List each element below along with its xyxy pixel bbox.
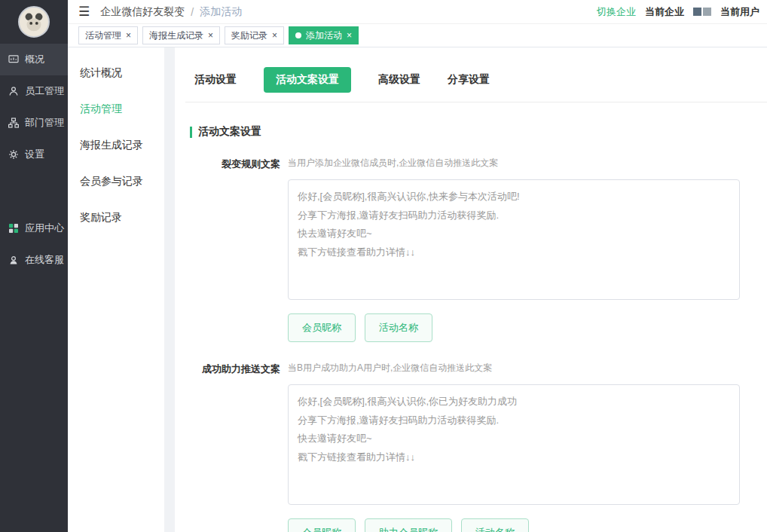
tag-label: 添加活动	[306, 29, 342, 42]
tag-reward-records[interactable]: 奖励记录 ×	[225, 26, 284, 44]
assist-success-textarea[interactable]: 你好,[会员昵称],很高兴认识你,你已为好友助力成功 分享下方海报,邀请好友扫码…	[288, 384, 740, 505]
close-icon[interactable]: ×	[208, 31, 213, 40]
field-body: 当B用户成功助力A用户时,企业微信自动推送此文案 你好,[会员昵称],很高兴认识…	[288, 362, 740, 532]
company-logo	[693, 8, 711, 16]
layout-gap	[164, 47, 175, 532]
tab-activity-settings[interactable]: 活动设置	[194, 67, 237, 93]
support-icon	[8, 254, 20, 266]
form-tabs: 活动设置 活动文案设置 高级设置 分享设置	[175, 47, 767, 93]
tag-activity-management[interactable]: 活动管理 ×	[78, 26, 138, 44]
sidebar-item-app-center[interactable]: 应用中心	[0, 212, 68, 244]
active-dot	[295, 32, 301, 38]
right-column: ☰ 企业微信好友裂变 / 添加活动 切换企业 当前企业 当前用户 活动管理 × …	[68, 0, 767, 532]
field-label: 成功助力推送文案	[175, 362, 288, 532]
field-hint: 当用户添加企业微信成员时,企业微信自动推送此文案	[288, 157, 740, 170]
current-user-label: 当前用户	[720, 5, 759, 19]
sidebar-item-label: 部门管理	[25, 116, 64, 130]
tag-poster-records[interactable]: 海报生成记录 ×	[142, 26, 220, 44]
staff-icon	[8, 85, 20, 97]
overview-icon	[8, 54, 20, 66]
field-fission-rule: 裂变规则文案 当用户添加企业微信成员时,企业微信自动推送此文案 你好,[会员昵称…	[175, 157, 767, 342]
breadcrumb-current: 添加活动	[200, 5, 242, 19]
main-content: 活动设置 活动文案设置 高级设置 分享设置 活动文案设置 裂变规则文案 当用户添…	[175, 47, 767, 532]
sidebar-item-department[interactable]: 部门管理	[0, 107, 68, 139]
tag-label: 奖励记录	[231, 29, 267, 42]
assist-member-nickname-button[interactable]: 助力会员昵称	[365, 518, 452, 532]
close-icon[interactable]: ×	[272, 31, 277, 40]
apps-icon	[8, 222, 20, 234]
field-assist-success: 成功助力推送文案 当B用户成功助力A用户时,企业微信自动推送此文案 你好,[会员…	[175, 362, 767, 532]
tags-bar: 活动管理 × 海报生成记录 × 奖励记录 × 添加活动 ×	[68, 24, 767, 47]
sidebar-nav: 概况 员工管理 部门管理 设置	[0, 44, 68, 276]
section-title-bar	[190, 127, 192, 138]
hamburger-icon[interactable]: ☰	[78, 5, 90, 18]
sidebar-item-label: 概况	[25, 53, 44, 66]
current-company-label: 当前企业	[645, 5, 684, 19]
logo-wrap	[0, 0, 68, 44]
insert-token-buttons: 会员昵称 活动名称	[288, 313, 740, 342]
sidebar-item-overview[interactable]: 概况	[0, 44, 68, 75]
tag-add-activity[interactable]: 添加活动 ×	[289, 26, 359, 44]
insert-token-buttons: 会员昵称 助力会员昵称 活动名称	[288, 518, 740, 532]
tab-share-settings[interactable]: 分享设置	[448, 67, 490, 93]
sub-item-activity-management[interactable]: 活动管理	[68, 91, 164, 127]
member-nickname-button[interactable]: 会员昵称	[288, 518, 356, 532]
tab-advanced-settings[interactable]: 高级设置	[378, 67, 420, 93]
logo-graphic	[20, 8, 48, 36]
department-icon	[8, 117, 20, 129]
sub-item-member-participation[interactable]: 会员参与记录	[68, 164, 164, 200]
field-label: 裂变规则文案	[175, 157, 288, 342]
sidebar-item-label: 设置	[25, 148, 44, 161]
member-nickname-button[interactable]: 会员昵称	[288, 313, 356, 342]
section-title: 活动文案设置	[190, 125, 767, 139]
breadcrumb-separator: /	[191, 6, 194, 18]
app-root: 概况 员工管理 部门管理 设置	[0, 0, 767, 532]
close-icon[interactable]: ×	[126, 31, 131, 40]
sub-item-poster-records[interactable]: 海报生成记录	[68, 127, 164, 164]
sub-item-reward-records[interactable]: 奖励记录	[68, 200, 164, 236]
settings-icon	[8, 148, 20, 161]
sidebar-item-support[interactable]: 在线客服	[0, 244, 68, 276]
breadcrumb-root[interactable]: 企业微信好友裂变	[100, 5, 185, 19]
tab-copywriting-settings[interactable]: 活动文案设置	[264, 67, 351, 93]
field-body: 当用户添加企业微信成员时,企业微信自动推送此文案 你好,[会员昵称],很高兴认识…	[288, 157, 740, 342]
copywriting-form: 裂变规则文案 当用户添加企业微信成员时,企业微信自动推送此文案 你好,[会员昵称…	[175, 157, 767, 532]
content-row: 统计概况 活动管理 海报生成记录 会员参与记录 奖励记录 活动设置 活动文案设置…	[68, 47, 767, 532]
topbar-right: 切换企业 当前企业 当前用户	[597, 5, 759, 19]
fission-rule-textarea[interactable]: 你好,[会员昵称],很高兴认识你,快来参与本次活动吧! 分享下方海报,邀请好友扫…	[288, 179, 740, 300]
sidebar-item-settings[interactable]: 设置	[0, 139, 68, 170]
app-logo	[18, 6, 50, 38]
tag-label: 海报生成记录	[149, 29, 203, 42]
close-icon[interactable]: ×	[347, 31, 352, 40]
sidebar-item-label: 在线客服	[25, 253, 64, 267]
sub-sidebar: 统计概况 活动管理 海报生成记录 会员参与记录 奖励记录	[68, 47, 164, 532]
switch-company-link[interactable]: 切换企业	[597, 5, 636, 19]
sub-item-stats-overview[interactable]: 统计概况	[68, 55, 164, 91]
activity-name-button[interactable]: 活动名称	[461, 518, 529, 532]
activity-name-button[interactable]: 活动名称	[365, 313, 432, 342]
breadcrumb: 企业微信好友裂变 / 添加活动	[100, 5, 242, 19]
tag-label: 活动管理	[85, 29, 121, 42]
main-sidebar: 概况 员工管理 部门管理 设置	[0, 0, 68, 532]
sidebar-item-staff[interactable]: 员工管理	[0, 75, 68, 107]
sidebar-item-label: 员工管理	[25, 84, 64, 98]
tabs-divider	[185, 102, 767, 102]
topbar: ☰ 企业微信好友裂变 / 添加活动 切换企业 当前企业 当前用户	[68, 0, 767, 24]
section-title-text: 活动文案设置	[198, 125, 261, 139]
field-hint: 当B用户成功助力A用户时,企业微信自动推送此文案	[288, 362, 740, 375]
sidebar-item-label: 应用中心	[25, 222, 64, 235]
